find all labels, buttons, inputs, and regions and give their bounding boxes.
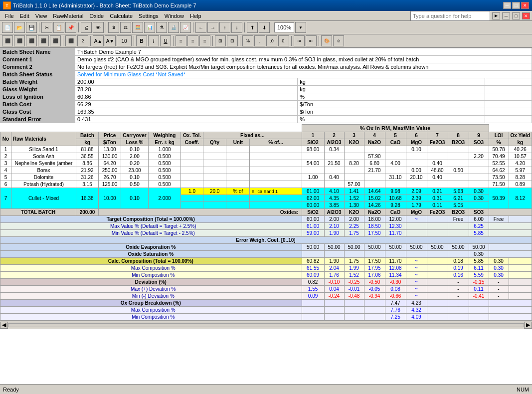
tool2-btn-1[interactable]: ⬛ bbox=[2, 35, 13, 46]
status-label: Batch Sheet Status bbox=[0, 71, 75, 78]
menu-oxide[interactable]: Oxide bbox=[87, 12, 107, 19]
batch-cost-unit: $/Ton bbox=[298, 101, 485, 108]
align-center-button[interactable]: ≡ bbox=[187, 35, 198, 46]
toolbar-2: ⬛ ⬛ ⬛ ⬛ ⬛ ⬛ 2 A▲ A▼ 10 B I U ≡ ≡ ≡ ⊞ ⊟ %… bbox=[0, 34, 532, 48]
oxide-sat-row: Oxide Saturation % 0.30 bbox=[0, 251, 532, 258]
indent-button[interactable]: ⇥ bbox=[294, 35, 305, 46]
format-btn-1[interactable]: % bbox=[242, 35, 253, 46]
comment2-label: Comment 2 bbox=[0, 63, 75, 71]
align-left-button[interactable]: ≡ bbox=[176, 35, 186, 46]
main-content: Batch Sheet Name TriBatch Demo Example 7… bbox=[0, 48, 532, 385]
col-ox1: 1 bbox=[302, 132, 324, 139]
col-price: Price bbox=[99, 132, 121, 139]
open-button[interactable]: 📂 bbox=[14, 22, 25, 33]
oxgroup-min-row: Min Composition % 7.254.09 bbox=[0, 314, 532, 321]
table-row: 7 Cullet - Mixed 16.38 10.00 0.10 2.000 … bbox=[0, 188, 532, 195]
col-ox3: 3 bbox=[344, 132, 364, 139]
align-right-button[interactable]: ≡ bbox=[199, 35, 210, 46]
menu-calculate[interactable]: Calculate bbox=[107, 12, 136, 19]
help-search-input[interactable] bbox=[410, 11, 490, 21]
menu-rawmaterial[interactable]: RawMaterial bbox=[50, 12, 86, 19]
calc-btn-2[interactable]: ⚖ bbox=[120, 22, 131, 33]
help-go-button[interactable]: ▶ bbox=[492, 12, 500, 19]
glass-weight-unit: kg bbox=[298, 86, 485, 93]
calc-btn-6[interactable]: 🔬 bbox=[168, 22, 179, 33]
inner-max-button[interactable]: □ bbox=[512, 12, 520, 19]
fill-color-button[interactable]: 🎨 bbox=[321, 35, 332, 46]
underline-button[interactable]: U bbox=[160, 35, 171, 46]
menu-help[interactable]: Help bbox=[187, 12, 204, 19]
italic-button[interactable]: I bbox=[148, 35, 159, 46]
format-btn-2[interactable]: , bbox=[254, 35, 265, 46]
oxide-evap-row: Oxide Evaporation % 50.0050.0050.0050.00… bbox=[0, 244, 532, 251]
loi-unit: % bbox=[298, 93, 485, 101]
batch-info-table: Batch Sheet Name TriBatch Demo Example 7… bbox=[0, 48, 532, 123]
font-down-button[interactable]: A▼ bbox=[105, 35, 116, 46]
col-so3: SO3 bbox=[469, 139, 489, 146]
bold-button[interactable]: B bbox=[136, 35, 147, 46]
decimal-inc-button[interactable]: .0 bbox=[266, 35, 277, 46]
copy-button[interactable]: 📋 bbox=[53, 22, 64, 33]
cut-button[interactable]: ✂ bbox=[41, 22, 52, 33]
tool2-btn-3[interactable]: ⬛ bbox=[26, 35, 37, 46]
table-row: 5Dolomite 31.2626.700.100.500 1.000.4031… bbox=[0, 174, 532, 181]
col-carryover-unit: Loss % bbox=[121, 139, 149, 146]
calc-btn-7[interactable]: 📈 bbox=[180, 22, 191, 33]
col-mgo: MgO bbox=[406, 139, 427, 146]
new-button[interactable]: 📄 bbox=[2, 22, 13, 33]
tool2-btn-7[interactable]: 2 bbox=[77, 35, 88, 46]
inner-min-button[interactable]: ─ bbox=[502, 12, 510, 19]
print-button[interactable]: 🖨 bbox=[81, 22, 92, 33]
outdent-button[interactable]: ⇤ bbox=[306, 35, 317, 46]
decimal-dec-button[interactable]: 0. bbox=[278, 35, 289, 46]
col-ox4: 4 bbox=[364, 132, 385, 139]
menu-window[interactable]: Window bbox=[162, 12, 187, 19]
arrow-btn-2[interactable]: → bbox=[207, 22, 218, 33]
menu-edit[interactable]: Edit bbox=[17, 12, 32, 19]
col-batch-unit: kg bbox=[76, 139, 99, 146]
horizontal-scrollbar[interactable]: ◀ ▶ bbox=[0, 321, 532, 329]
comment1-label: Comment 1 bbox=[0, 56, 75, 63]
print-preview-button[interactable]: 👁 bbox=[93, 22, 104, 33]
sort-asc-button[interactable]: ⬆ bbox=[247, 22, 258, 33]
tool2-btn-4[interactable]: ⬛ bbox=[38, 35, 49, 46]
calc-btn-5[interactable]: ⚗ bbox=[156, 22, 167, 33]
emoji-button[interactable]: ☺ bbox=[333, 35, 344, 46]
calc-min-row: Min Composition % 60.091.761.5217.0611.3… bbox=[0, 272, 532, 279]
arrow-btn-3[interactable]: ↑ bbox=[219, 22, 230, 33]
std-error-value: 0.431 bbox=[75, 116, 298, 123]
sheet-name-label: Batch Sheet Name bbox=[0, 48, 75, 56]
minimize-button[interactable]: ─ bbox=[503, 2, 511, 9]
save-button[interactable]: 💾 bbox=[26, 22, 37, 33]
merge-button[interactable]: ⊞ bbox=[215, 35, 226, 46]
calc-btn-1[interactable]: $ bbox=[108, 22, 119, 33]
zoom-dropdown-button[interactable]: ▼ bbox=[295, 22, 306, 33]
menu-file[interactable]: File bbox=[2, 12, 17, 19]
maximize-button[interactable]: □ bbox=[512, 2, 520, 9]
arrow-btn-1[interactable]: ← bbox=[195, 22, 206, 33]
menu-view[interactable]: View bbox=[32, 12, 50, 19]
error-weigh-row: Error Weigh. Coef. [0..10] bbox=[0, 237, 532, 244]
status-bar: Ready NUM bbox=[0, 384, 532, 385]
font-up-button[interactable]: A▲ bbox=[93, 35, 104, 46]
calc-btn-3[interactable]: 🧮 bbox=[132, 22, 143, 33]
zoom-input[interactable] bbox=[274, 22, 294, 32]
sort-desc-button[interactable]: ⬇ bbox=[259, 22, 270, 33]
inner-close-button[interactable]: ✕ bbox=[522, 12, 530, 19]
tool2-btn-5[interactable]: ⬛ bbox=[50, 35, 61, 46]
batch-weight-label: Batch Weight bbox=[0, 78, 75, 86]
arrow-btn-4[interactable]: ↓ bbox=[231, 22, 242, 33]
title-bar: T TriBatch 1.1.0 Lite (Administrator) - … bbox=[0, 0, 532, 11]
font-size-input[interactable]: 10 bbox=[117, 35, 132, 46]
wrap-button[interactable]: ⊟ bbox=[227, 35, 238, 46]
tool2-btn-6[interactable]: ⬛ bbox=[65, 35, 76, 46]
paste-button[interactable]: 📌 bbox=[65, 22, 76, 33]
col-b2o3: B2O3 bbox=[448, 139, 469, 146]
calc-btn-4[interactable]: 📊 bbox=[144, 22, 155, 33]
tool2-btn-2[interactable]: ⬛ bbox=[14, 35, 25, 46]
main-sheet-table: % Ox in RM, Max/Min Value No Raw Materia… bbox=[0, 124, 532, 321]
close-button[interactable]: ✕ bbox=[521, 2, 529, 9]
glass-cost-unit: $/Ton bbox=[298, 108, 485, 116]
menu-settings[interactable]: Settings bbox=[136, 12, 162, 19]
batch-cost-label: Batch Cost bbox=[0, 101, 75, 108]
